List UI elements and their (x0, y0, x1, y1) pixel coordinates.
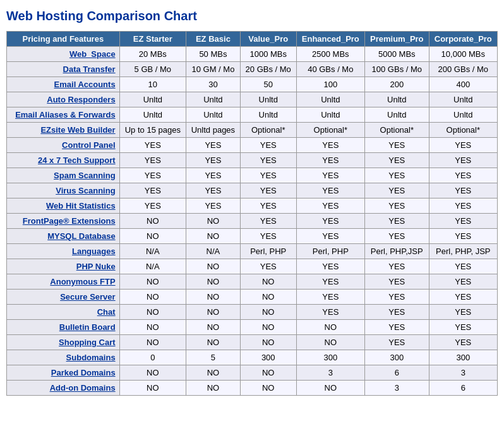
value-cell: NO (186, 381, 241, 396)
feature-cell: PHP Nuke (7, 259, 120, 274)
value-cell: NO (186, 320, 241, 335)
value-cell: 50 (240, 77, 296, 92)
feature-link[interactable]: Anonymous FTP (50, 277, 115, 286)
value-cell: YES (364, 305, 429, 320)
feature-link[interactable]: Email Aliases & Forwards (15, 110, 115, 119)
value-cell: NO (119, 274, 186, 290)
value-cell: YES (186, 153, 241, 168)
value-cell: 0 (119, 350, 186, 365)
value-cell: NO (186, 274, 241, 290)
value-cell: YES (429, 153, 497, 168)
value-cell: YES (364, 183, 429, 198)
feature-link[interactable]: Chat (97, 307, 116, 317)
value-cell: NO (119, 365, 186, 381)
value-cell: Optional* (429, 123, 497, 138)
feature-link[interactable]: EZsite Web Builder (40, 125, 115, 135)
value-cell: YES (119, 183, 186, 198)
value-cell: YES (296, 183, 364, 198)
value-cell: YES (296, 290, 364, 305)
feature-cell: Bulletin Board (7, 320, 120, 335)
feature-link[interactable]: Parked Domains (51, 368, 116, 377)
table-row: Auto RespondersUnltdUnltdUnltdUnltdUnltd… (7, 92, 498, 107)
value-cell: NO (240, 365, 296, 381)
value-cell: NO (186, 214, 241, 229)
value-cell: YES (240, 153, 296, 168)
value-cell: NO (119, 320, 186, 335)
value-cell: Unltd (240, 92, 296, 107)
value-cell: Perl, PHP, JSP (429, 244, 497, 259)
value-cell: NO (186, 229, 241, 244)
feature-cell: FrontPage® Extensions (7, 214, 120, 229)
value-cell: Unltd (429, 107, 497, 123)
feature-link[interactable]: Email Accounts (54, 80, 116, 89)
feature-link[interactable]: MYSQL Database (47, 231, 115, 241)
col-header-value-pro: Value_Pro (240, 32, 296, 47)
value-cell: NO (119, 229, 186, 244)
table-row: 24 x 7 Tech SupportYESYESYESYESYESYES (7, 153, 498, 168)
value-cell: 5 (186, 350, 241, 365)
table-row: Virus ScanningYESYESYESYESYESYES (7, 183, 498, 198)
table-row: Subdomains05300300300300 (7, 350, 498, 365)
table-row: Control PanelYESYESYESYESYESYES (7, 138, 498, 153)
value-cell: NO (119, 290, 186, 305)
value-cell: YES (186, 183, 241, 198)
feature-link[interactable]: Spam Scanning (54, 171, 116, 180)
feature-link[interactable]: FrontPage® Extensions (23, 216, 116, 226)
value-cell: YES (429, 305, 497, 320)
value-cell: YES (296, 138, 364, 153)
value-cell: Unltd (429, 92, 497, 107)
value-cell: YES (364, 259, 429, 274)
feature-link[interactable]: Auto Responders (47, 95, 115, 104)
feature-link[interactable]: Secure Server (60, 292, 115, 302)
feature-cell: MYSQL Database (7, 229, 120, 244)
value-cell: Optional* (240, 123, 296, 138)
feature-cell: Chat (7, 305, 120, 320)
feature-link[interactable]: 24 x 7 Tech Support (38, 156, 116, 165)
col-header-features: Pricing and Features (7, 32, 120, 47)
table-row: Add-on DomainsNONONONO36 (7, 381, 498, 396)
value-cell: 6 (429, 381, 497, 396)
feature-link[interactable]: Web Hit Statistics (46, 201, 116, 210)
value-cell: 50 MBs (186, 47, 241, 62)
feature-link[interactable]: Data Transfer (63, 64, 116, 74)
value-cell: Unltd (364, 107, 429, 123)
value-cell: YES (364, 168, 429, 183)
feature-link[interactable]: Subdomains (66, 353, 116, 362)
feature-link[interactable]: Add-on Domains (50, 383, 116, 393)
feature-cell: Auto Responders (7, 92, 120, 107)
feature-link[interactable]: Shopping Cart (59, 338, 116, 347)
value-cell: YES (296, 229, 364, 244)
value-cell: NO (296, 381, 364, 396)
value-cell: YES (240, 183, 296, 198)
value-cell: 3 (364, 381, 429, 396)
feature-link[interactable]: Bulletin Board (59, 322, 116, 332)
value-cell: Up to 15 pages (119, 123, 186, 138)
col-header-premium-pro: Premium_Pro (364, 32, 429, 47)
feature-link[interactable]: PHP Nuke (76, 262, 116, 271)
feature-link[interactable]: Control Panel (62, 140, 116, 150)
value-cell: Perl, PHP (240, 244, 296, 259)
value-cell: YES (186, 168, 241, 183)
feature-link[interactable]: Virus Scanning (56, 186, 115, 195)
table-row: Bulletin BoardNONONONOYESYES (7, 320, 498, 335)
table-row: FrontPage® ExtensionsNONOYESYESYESYES (7, 214, 498, 229)
value-cell: YES (429, 290, 497, 305)
feature-cell: Control Panel (7, 138, 120, 153)
feature-cell: Web Hit Statistics (7, 198, 120, 214)
value-cell: 30 (186, 77, 241, 92)
value-cell: NO (240, 290, 296, 305)
feature-cell: Virus Scanning (7, 183, 120, 198)
value-cell: Unltd (119, 92, 186, 107)
value-cell: NO (119, 335, 186, 350)
feature-link[interactable]: Languages (72, 247, 116, 256)
feature-cell: Email Accounts (7, 77, 120, 92)
value-cell: Perl, PHP (296, 244, 364, 259)
table-row: PHP NukeN/ANOYESYESYESYES (7, 259, 498, 274)
value-cell: N/A (119, 244, 186, 259)
value-cell: YES (364, 229, 429, 244)
feature-cell: Data Transfer (7, 62, 120, 77)
value-cell: YES (429, 168, 497, 183)
feature-link[interactable]: Web_Space (69, 49, 116, 59)
col-header-ez-starter: EZ Starter (119, 32, 186, 47)
value-cell: YES (119, 198, 186, 214)
